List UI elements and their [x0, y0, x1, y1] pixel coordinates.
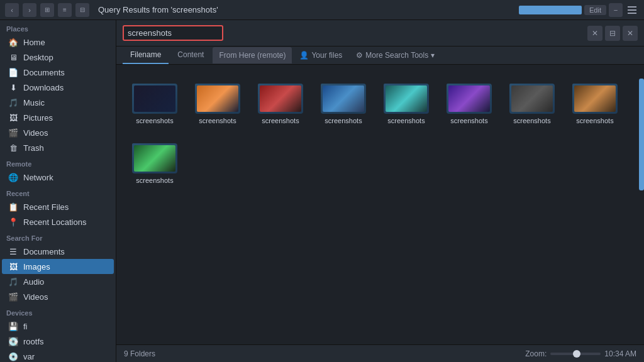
folder-thumbnail-4 [323, 85, 364, 112]
folder-body-1 [132, 84, 177, 114]
minimize-button[interactable]: – [609, 3, 623, 17]
file-item-2[interactable]: screenshots [189, 75, 246, 128]
menu-button[interactable] [625, 3, 639, 17]
zoom-label: Zoom: [525, 349, 547, 358]
window-title: Query Results from 'screenshots' [98, 5, 218, 14]
view-extra-button[interactable]: ⊟ [75, 3, 89, 17]
folder-icon-2 [195, 79, 240, 114]
tab-filename[interactable]: Filename [123, 47, 169, 64]
folder-icon-1 [132, 79, 177, 114]
file-item-5[interactable]: screenshots [378, 75, 435, 128]
sidebar-music-label: Music [23, 98, 45, 107]
sidebar-item-fi[interactable]: 💾 fi [2, 319, 114, 334]
statusbar: 9 Folders Zoom: 10:34 AM [116, 344, 644, 362]
view-list-button[interactable]: ≡ [58, 3, 72, 17]
zoom-thumb [573, 350, 580, 358]
places-section-label: Places [0, 20, 116, 35]
folder-thumbnail-1 [134, 85, 175, 112]
content-wrapper: screenshots screenshots [116, 65, 644, 344]
edit-button[interactable]: Edit [584, 5, 606, 15]
file-label-8: screenshots [576, 117, 613, 124]
sidebar-item-desktop[interactable]: 🖥 Desktop [2, 50, 114, 65]
fi-icon: 💾 [8, 321, 18, 331]
more-dropdown-icon: ▾ [431, 51, 435, 60]
tab-more-label: More Search Tools [365, 51, 428, 60]
tab-your-files-label: Your files [311, 51, 342, 60]
file-item-4[interactable]: screenshots [315, 75, 372, 128]
titlebar-right: Edit – [519, 3, 639, 17]
images-sf-icon: 🖼 [8, 261, 18, 272]
sidebar-item-images-sf[interactable]: 🖼 Images [2, 259, 114, 274]
tab-content[interactable]: Content [170, 47, 211, 64]
sidebar-item-music[interactable]: 🎵 Music [2, 95, 114, 110]
view-grid-button[interactable]: ⊞ [40, 3, 54, 17]
menu-line-3 [628, 13, 636, 14]
tab-from-here-remote[interactable]: From Here (remote) [213, 47, 292, 63]
search-clear-button[interactable]: ✕ [587, 26, 602, 41]
tab-your-files[interactable]: 👤 Your files [293, 47, 348, 63]
sidebar-item-documents[interactable]: 📄 Documents [2, 65, 114, 80]
menu-line-2 [628, 9, 636, 11]
file-item-6[interactable]: screenshots [441, 75, 497, 128]
file-item-8[interactable]: screenshots [567, 75, 623, 128]
nav-back-button[interactable]: ‹ [5, 3, 19, 17]
zoom-slider[interactable] [550, 353, 601, 355]
sidebar-fi-label: fi [23, 322, 28, 331]
audio-sf-icon: 🎵 [8, 277, 18, 287]
titlebar-left: ‹ › ⊞ ≡ ⊟ Query Results from 'screenshot… [5, 3, 218, 17]
search-toggle-button[interactable]: ⊟ [605, 26, 620, 41]
sidebar-item-recent-locations[interactable]: 📍 Recent Locations [2, 214, 114, 229]
sidebar-item-rootfs[interactable]: 💽 rootfs [2, 334, 114, 349]
folder-body-6 [447, 84, 492, 114]
content-area: ✕ ⊟ ✕ Filename Content From Here (remote… [116, 20, 644, 362]
folder-body-3 [258, 84, 303, 114]
sidebar-recent-files-label: Recent Files [23, 202, 69, 212]
nav-forward-button[interactable]: › [23, 3, 36, 17]
file-item-7[interactable]: screenshots [504, 75, 560, 128]
remote-section-label: Remote [0, 155, 116, 170]
sidebar-item-pictures[interactable]: 🖼 Pictures [2, 110, 114, 125]
sidebar-item-downloads[interactable]: ⬇ Downloads [2, 80, 114, 95]
file-label-5: screenshots [387, 117, 425, 124]
devices-section-label: Devices [0, 304, 116, 319]
file-label-9: screenshots [136, 177, 173, 184]
sidebar-item-documents-sf[interactable]: ☰ Documents [2, 244, 114, 259]
search-close-button[interactable]: ✕ [623, 26, 638, 41]
sidebar-item-videos-sf[interactable]: 🎬 Videos [2, 289, 114, 304]
sidebar-item-audio-sf[interactable]: 🎵 Audio [2, 274, 114, 289]
scrollbar-thumb[interactable] [639, 79, 644, 190]
tab-more-tools[interactable]: ⚙ More Search Tools ▾ [350, 47, 441, 63]
sidebar-pictures-label: Pictures [23, 113, 53, 123]
sidebar-item-recent-files[interactable]: 📋 Recent Files [2, 199, 114, 214]
network-icon: 🌐 [8, 172, 18, 182]
file-label-4: screenshots [325, 117, 362, 124]
more-tools-icon: ⚙ [356, 51, 363, 60]
sidebar-item-home[interactable]: 🏠 Home [2, 35, 114, 50]
file-item-1[interactable]: screenshots [126, 75, 183, 128]
sidebar-item-videos[interactable]: 🎬 Videos [2, 125, 114, 140]
file-item-3[interactable]: screenshots [252, 75, 309, 128]
file-label-7: screenshots [513, 117, 550, 124]
file-item-9[interactable]: screenshots [126, 134, 183, 188]
recent-files-icon: 📋 [8, 202, 18, 212]
sidebar-network-label: Network [23, 173, 53, 182]
your-files-icon: 👤 [299, 51, 309, 60]
recent-locations-icon: 📍 [8, 217, 18, 227]
search-actions: ✕ ⊟ ✕ [587, 26, 638, 41]
scrollbar-track [639, 65, 644, 344]
sidebar-item-trash[interactable]: 🗑 Trash [2, 140, 114, 155]
sidebar-rootfs-label: rootfs [23, 337, 44, 346]
sidebar-item-var[interactable]: 💿 var [2, 349, 114, 362]
file-label-2: screenshots [199, 117, 236, 124]
folder-thumbnail-6 [448, 85, 490, 112]
main-area: Places 🏠 Home 🖥 Desktop 📄 Documents ⬇ Do… [0, 20, 644, 362]
rootfs-icon: 💽 [8, 336, 18, 346]
zoom-area: Zoom: 10:34 AM [525, 349, 636, 358]
sidebar-downloads-label: Downloads [23, 83, 64, 92]
sidebar-item-network[interactable]: 🌐 Network [2, 170, 114, 185]
videos-icon: 🎬 [8, 128, 18, 138]
folder-body-4 [321, 84, 366, 114]
folder-body-9 [132, 143, 177, 173]
search-input[interactable] [128, 28, 203, 38]
folder-thumbnail-8 [574, 85, 616, 112]
